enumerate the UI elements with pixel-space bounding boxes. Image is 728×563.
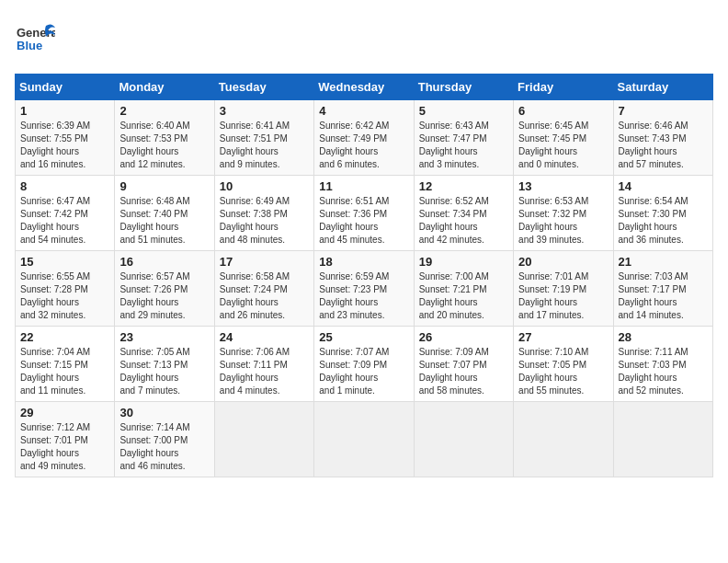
calendar-cell: 14 Sunrise: 6:54 AMSunset: 7:30 PMDaylig… [613, 176, 712, 251]
day-number: 19 [419, 255, 508, 269]
day-info: Sunrise: 6:41 AMSunset: 7:51 PMDaylight … [220, 121, 290, 169]
day-number: 20 [518, 255, 608, 269]
day-info: Sunrise: 6:46 AMSunset: 7:43 PMDaylight … [619, 121, 688, 169]
calendar-cell: 8 Sunrise: 6:47 AMSunset: 7:42 PMDayligh… [16, 176, 115, 251]
calendar-cell: 4 Sunrise: 6:42 AMSunset: 7:49 PMDayligh… [314, 100, 414, 176]
day-number: 22 [20, 330, 109, 344]
day-number: 6 [518, 104, 608, 118]
calendar-table: SundayMondayTuesdayWednesdayThursdayFrid… [15, 74, 713, 477]
calendar-cell: 17 Sunrise: 6:58 AMSunset: 7:24 PMDaylig… [214, 251, 313, 327]
calendar-cell: 5 Sunrise: 6:43 AMSunset: 7:47 PMDayligh… [414, 100, 513, 176]
calendar-cell [514, 402, 613, 477]
day-number: 29 [20, 406, 109, 419]
day-number: 21 [619, 255, 708, 269]
weekday-header-saturday: Saturday [613, 75, 712, 100]
day-info: Sunrise: 7:00 AMSunset: 7:21 PMDaylight … [419, 271, 489, 320]
weekday-header-friday: Friday [514, 75, 613, 100]
calendar-cell: 3 Sunrise: 6:41 AMSunset: 7:51 PMDayligh… [214, 100, 313, 176]
day-number: 16 [119, 255, 209, 269]
day-number: 10 [220, 179, 309, 193]
day-info: Sunrise: 6:52 AMSunset: 7:34 PMDaylight … [419, 196, 489, 245]
day-number: 7 [619, 104, 708, 118]
day-info: Sunrise: 6:43 AMSunset: 7:47 PMDaylight … [419, 121, 489, 169]
day-number: 12 [419, 179, 508, 193]
day-number: 1 [20, 104, 109, 118]
calendar-cell: 10 Sunrise: 6:49 AMSunset: 7:38 PMDaylig… [214, 176, 313, 251]
day-info: Sunrise: 6:40 AMSunset: 7:53 PMDaylight … [119, 121, 189, 169]
calendar-cell: 25 Sunrise: 7:07 AMSunset: 7:09 PMDaylig… [314, 327, 414, 402]
day-info: Sunrise: 7:11 AMSunset: 7:03 PMDaylight … [619, 347, 688, 396]
day-number: 18 [319, 255, 408, 269]
day-info: Sunrise: 7:12 AMSunset: 7:01 PMDaylight … [20, 422, 90, 471]
day-number: 15 [20, 255, 109, 269]
day-info: Sunrise: 7:06 AMSunset: 7:11 PMDaylight … [220, 347, 290, 396]
calendar-cell: 9 Sunrise: 6:48 AMSunset: 7:40 PMDayligh… [115, 176, 214, 251]
calendar-cell: 2 Sunrise: 6:40 AMSunset: 7:53 PMDayligh… [115, 100, 214, 176]
day-info: Sunrise: 6:51 AMSunset: 7:36 PMDaylight … [319, 196, 389, 245]
day-info: Sunrise: 6:59 AMSunset: 7:23 PMDaylight … [319, 271, 389, 320]
calendar-row: 15 Sunrise: 6:55 AMSunset: 7:28 PMDaylig… [16, 251, 713, 327]
day-number: 25 [319, 330, 408, 344]
day-info: Sunrise: 6:48 AMSunset: 7:40 PMDaylight … [119, 196, 189, 245]
day-number: 30 [119, 406, 209, 419]
calendar-cell: 22 Sunrise: 7:04 AMSunset: 7:15 PMDaylig… [16, 327, 115, 402]
weekday-header-monday: Monday [115, 75, 214, 100]
calendar-cell: 15 Sunrise: 6:55 AMSunset: 7:28 PMDaylig… [16, 251, 115, 327]
day-info: Sunrise: 7:14 AMSunset: 7:00 PMDaylight … [119, 422, 189, 471]
calendar-cell: 20 Sunrise: 7:01 AMSunset: 7:19 PMDaylig… [514, 251, 613, 327]
day-number: 24 [220, 330, 309, 344]
day-number: 4 [319, 104, 408, 118]
calendar-cell: 7 Sunrise: 6:46 AMSunset: 7:43 PMDayligh… [613, 100, 712, 176]
calendar-cell: 24 Sunrise: 7:06 AMSunset: 7:11 PMDaylig… [214, 327, 313, 402]
calendar-cell: 29 Sunrise: 7:12 AMSunset: 7:01 PMDaylig… [16, 402, 115, 477]
day-info: Sunrise: 6:57 AMSunset: 7:26 PMDaylight … [119, 271, 189, 320]
calendar-cell [414, 402, 513, 477]
calendar-row: 22 Sunrise: 7:04 AMSunset: 7:15 PMDaylig… [16, 327, 713, 402]
calendar-cell: 27 Sunrise: 7:10 AMSunset: 7:05 PMDaylig… [514, 327, 613, 402]
page-header: General Blue [15, 15, 713, 63]
calendar-cell [214, 402, 313, 477]
calendar-cell: 28 Sunrise: 7:11 AMSunset: 7:03 PMDaylig… [613, 327, 712, 402]
calendar-cell: 16 Sunrise: 6:57 AMSunset: 7:26 PMDaylig… [115, 251, 214, 327]
day-info: Sunrise: 6:45 AMSunset: 7:45 PMDaylight … [518, 121, 588, 169]
calendar-cell [314, 402, 414, 477]
weekday-header-sunday: Sunday [16, 75, 115, 100]
day-number: 26 [419, 330, 508, 344]
calendar-cell: 26 Sunrise: 7:09 AMSunset: 7:07 PMDaylig… [414, 327, 513, 402]
day-number: 3 [220, 104, 309, 118]
day-number: 11 [319, 179, 408, 193]
day-info: Sunrise: 6:58 AMSunset: 7:24 PMDaylight … [220, 271, 290, 320]
day-info: Sunrise: 7:01 AMSunset: 7:19 PMDaylight … [518, 271, 588, 320]
day-info: Sunrise: 6:49 AMSunset: 7:38 PMDaylight … [220, 196, 290, 245]
day-info: Sunrise: 6:42 AMSunset: 7:49 PMDaylight … [319, 121, 389, 169]
day-info: Sunrise: 6:54 AMSunset: 7:30 PMDaylight … [619, 196, 688, 245]
weekday-header-tuesday: Tuesday [214, 75, 313, 100]
day-info: Sunrise: 6:39 AMSunset: 7:55 PMDaylight … [20, 121, 90, 169]
weekday-header-thursday: Thursday [414, 75, 513, 100]
day-number: 5 [419, 104, 508, 118]
day-info: Sunrise: 7:07 AMSunset: 7:09 PMDaylight … [319, 347, 389, 396]
day-number: 28 [619, 330, 708, 344]
calendar-cell: 19 Sunrise: 7:00 AMSunset: 7:21 PMDaylig… [414, 251, 513, 327]
calendar-row: 8 Sunrise: 6:47 AMSunset: 7:42 PMDayligh… [16, 176, 713, 251]
calendar-cell [613, 402, 712, 477]
day-number: 23 [119, 330, 209, 344]
calendar-cell: 18 Sunrise: 6:59 AMSunset: 7:23 PMDaylig… [314, 251, 414, 327]
calendar-cell: 21 Sunrise: 7:03 AMSunset: 7:17 PMDaylig… [613, 251, 712, 327]
day-info: Sunrise: 7:04 AMSunset: 7:15 PMDaylight … [20, 347, 90, 396]
day-info: Sunrise: 7:10 AMSunset: 7:05 PMDaylight … [518, 347, 588, 396]
day-info: Sunrise: 7:05 AMSunset: 7:13 PMDaylight … [119, 347, 189, 396]
day-number: 14 [619, 179, 708, 193]
calendar-cell: 23 Sunrise: 7:05 AMSunset: 7:13 PMDaylig… [115, 327, 214, 402]
day-info: Sunrise: 7:09 AMSunset: 7:07 PMDaylight … [419, 347, 489, 396]
day-info: Sunrise: 6:47 AMSunset: 7:42 PMDaylight … [20, 196, 90, 245]
calendar-cell: 11 Sunrise: 6:51 AMSunset: 7:36 PMDaylig… [314, 176, 414, 251]
logo: General Blue [15, 18, 55, 63]
calendar-cell: 12 Sunrise: 6:52 AMSunset: 7:34 PMDaylig… [414, 176, 513, 251]
calendar-row: 29 Sunrise: 7:12 AMSunset: 7:01 PMDaylig… [16, 402, 713, 477]
calendar-cell: 30 Sunrise: 7:14 AMSunset: 7:00 PMDaylig… [115, 402, 214, 477]
calendar-cell: 13 Sunrise: 6:53 AMSunset: 7:32 PMDaylig… [514, 176, 613, 251]
svg-text:Blue: Blue [17, 39, 42, 52]
calendar-row: 1 Sunrise: 6:39 AMSunset: 7:55 PMDayligh… [16, 100, 713, 176]
calendar-cell: 1 Sunrise: 6:39 AMSunset: 7:55 PMDayligh… [16, 100, 115, 176]
